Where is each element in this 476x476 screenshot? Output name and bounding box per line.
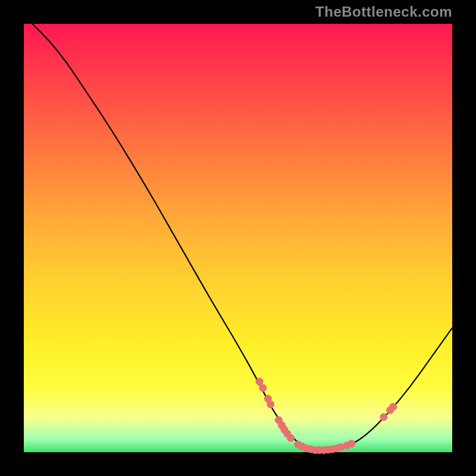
data-marker — [287, 434, 295, 442]
attribution-text: TheBottleneck.com — [315, 4, 452, 20]
data-marker — [267, 400, 274, 408]
curve-line — [32, 24, 452, 450]
data-marker — [380, 414, 387, 421]
data-marker — [389, 403, 397, 411]
data-marker — [347, 440, 355, 447]
data-marker — [259, 384, 267, 392]
bottleneck-curve-chart — [24, 24, 452, 452]
